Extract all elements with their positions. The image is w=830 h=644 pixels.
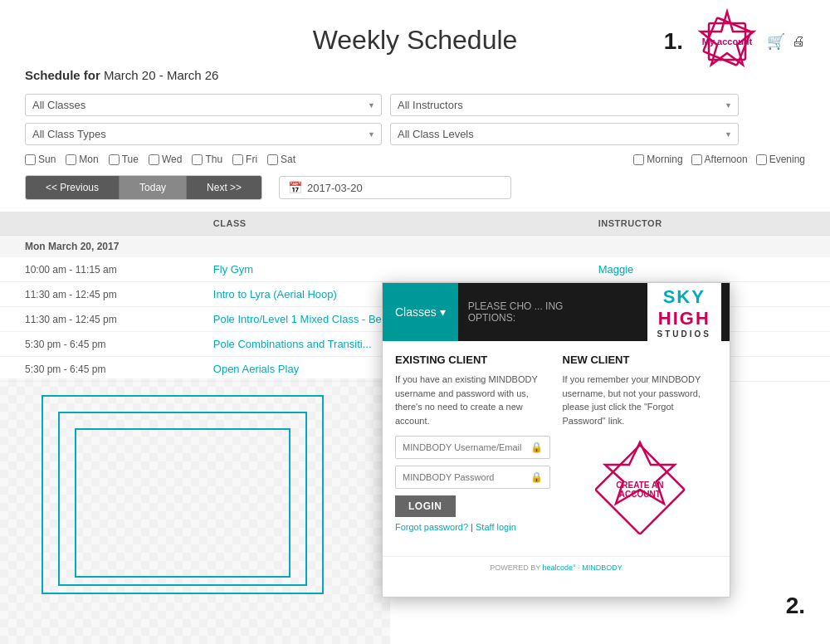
time-evening-checkbox[interactable] <box>756 154 767 165</box>
forgot-links: Forgot password? | Staff login <box>395 522 550 532</box>
sky-high-logo: SKY HIGH STUDIOS <box>647 282 721 345</box>
day-sun-checkbox[interactable] <box>25 154 36 165</box>
previous-button[interactable]: << Previous <box>26 176 120 199</box>
create-account-button[interactable]: CREATE AN ACCOUNT <box>586 436 694 544</box>
password-input-wrapper: 🔒 <box>395 466 550 489</box>
date-input[interactable] <box>307 182 447 194</box>
my-account-label: My account <box>702 37 753 46</box>
classes-select-wrapper: All Classes <box>25 94 382 116</box>
logo-high: HIGH <box>658 308 710 329</box>
section-header-row: Mon March 20, 2017 <box>0 236 830 258</box>
modal-header: Classes ▾ PLEASE CHO ... ING OPTIONS: SK… <box>383 283 730 341</box>
day-thu-checkbox[interactable] <box>192 154 203 165</box>
powered-by-label: POWERED BY <box>490 564 542 572</box>
class-levels-select-wrapper: All Class Levels <box>390 123 739 145</box>
class-link[interactable]: Pole Combinations and Transiti... <box>213 338 372 350</box>
login-button[interactable]: LOGIN <box>395 495 456 517</box>
time-cell: 11:30 am - 12:45 pm <box>0 282 188 307</box>
class-types-select[interactable]: All Class Types <box>25 123 382 145</box>
create-account-label: CREATE AN ACCOUNT <box>603 481 677 499</box>
class-link[interactable]: Open Aerials Play <box>213 363 299 375</box>
existing-client-desc: If you have an existing MINDBODY usernam… <box>395 373 550 427</box>
healcode-link[interactable]: healcode° <box>543 564 576 572</box>
time-cell: 5:30 pm - 6:45 pm <box>0 357 188 382</box>
class-types-select-wrapper: All Class Types <box>25 123 382 145</box>
class-link[interactable]: Intro to Lyra (Aerial Hoop) <box>213 288 337 300</box>
instructor-cell: Maggie <box>574 257 830 282</box>
day-fri-checkbox[interactable] <box>232 154 243 165</box>
page-wrapper: Weekly Schedule 1. My account 🛒 🖨 Schedu… <box>0 0 830 644</box>
modal-prompt: PLEASE CHO ... ING OPTIONS: <box>458 294 600 330</box>
username-lock-icon: 🔒 <box>530 442 543 453</box>
th-time <box>0 212 188 236</box>
day-sun[interactable]: Sun <box>25 154 56 165</box>
next-button[interactable]: Next >> <box>187 176 261 199</box>
day-mon[interactable]: Mon <box>66 154 98 165</box>
day-thu[interactable]: Thu <box>192 154 222 165</box>
class-cell: Fly Gym <box>188 257 574 282</box>
class-link[interactable]: Fly Gym <box>213 263 253 276</box>
time-cell: 10:00 am - 11:15 am <box>0 257 188 282</box>
day-wed[interactable]: Wed <box>149 154 182 165</box>
print-icon[interactable]: 🖨 <box>792 34 805 49</box>
mindbody-link[interactable]: MINDBODY <box>582 564 622 572</box>
logo-sky: SKY <box>663 286 706 308</box>
classes-select[interactable]: All Classes <box>25 94 382 116</box>
day-wed-checkbox[interactable] <box>149 154 159 165</box>
new-client-col: NEW CLIENT If you remember your MINDBODY… <box>563 354 718 544</box>
my-account-area: 1. My account 🛒 🖨 <box>664 8 805 75</box>
class-levels-select[interactable]: All Class Levels <box>390 123 739 145</box>
classes-nav-label: Classes ▾ <box>395 305 446 319</box>
step-2-label: 2. <box>786 593 805 619</box>
modal-nav[interactable]: Classes ▾ <box>383 283 458 341</box>
time-cell: 5:30 pm - 6:45 pm <box>0 332 188 357</box>
teal-rectangles <box>42 395 357 619</box>
date-input-wrapper: 📅 <box>279 176 511 199</box>
my-account-star-badge[interactable]: My account <box>694 8 760 75</box>
day-fri[interactable]: Fri <box>232 154 257 165</box>
modal-logo-area: SKY HIGH STUDIOS <box>599 282 730 345</box>
th-class: Class <box>188 212 574 236</box>
nav-buttons-group: << Previous Today Next >> <box>25 175 262 200</box>
step-1-label: 1. <box>664 28 683 55</box>
time-morning-checkbox[interactable] <box>633 154 644 165</box>
instructors-select[interactable]: All Instructors <box>390 94 739 116</box>
time-afternoon-checkbox[interactable] <box>691 154 702 165</box>
day-tue-checkbox[interactable] <box>109 154 120 165</box>
forgot-password-link[interactable]: Forgot password? <box>395 522 468 532</box>
username-input-wrapper: 🔒 <box>395 436 550 459</box>
day-sat[interactable]: Sat <box>267 154 295 165</box>
password-lock-icon: 🔒 <box>530 471 543 483</box>
instructor-link[interactable]: Maggie <box>598 263 634 276</box>
existing-client-heading: EXISTING CLIENT <box>395 354 550 366</box>
username-input[interactable] <box>403 442 525 452</box>
filter-row-1: All Classes All Instructors <box>0 90 830 120</box>
instructors-select-wrapper: All Instructors <box>390 94 739 116</box>
new-client-heading: NEW CLIENT <box>563 354 718 366</box>
staff-login-link[interactable]: Staff login <box>476 522 516 532</box>
password-input[interactable] <box>403 472 525 482</box>
time-morning[interactable]: Morning <box>633 154 682 165</box>
cart-icon[interactable]: 🛒 <box>767 32 785 51</box>
day-sat-checkbox[interactable] <box>267 154 278 165</box>
time-evening[interactable]: Evening <box>756 154 805 165</box>
nav-row: << Previous Today Next >> 📅 <box>0 170 830 205</box>
day-checkboxes: Sun Mon Tue Wed Thu Fri <box>25 154 632 165</box>
filter-row-2: All Class Types All Class Levels <box>0 120 830 149</box>
logo-studios: STUDIOS <box>657 329 711 339</box>
today-button[interactable]: Today <box>120 176 187 199</box>
modal-footer: POWERED BY healcode° · MINDBODY <box>383 556 730 578</box>
th-instructor: Instructor <box>574 212 830 236</box>
time-filter-checkboxes: Morning Afternoon Evening <box>633 154 805 165</box>
table-row: 10:00 am - 11:15 am Fly Gym Maggie <box>0 257 830 282</box>
day-mon-checkbox[interactable] <box>66 154 76 165</box>
table-header: Class Instructor <box>0 212 830 236</box>
day-tue[interactable]: Tue <box>109 154 139 165</box>
time-afternoon[interactable]: Afternoon <box>691 154 748 165</box>
login-modal: Classes ▾ PLEASE CHO ... ING OPTIONS: SK… <box>382 282 730 598</box>
teal-rect-3 <box>75 428 290 578</box>
modal-body: EXISTING CLIENT If you have an existing … <box>383 341 730 556</box>
new-client-desc: If you remember your MINDBODY username, … <box>563 373 718 427</box>
schedule-for-text: Schedule for March 20 - March 26 <box>25 68 218 82</box>
day-filter-row: Sun Mon Tue Wed Thu Fri <box>0 149 830 170</box>
